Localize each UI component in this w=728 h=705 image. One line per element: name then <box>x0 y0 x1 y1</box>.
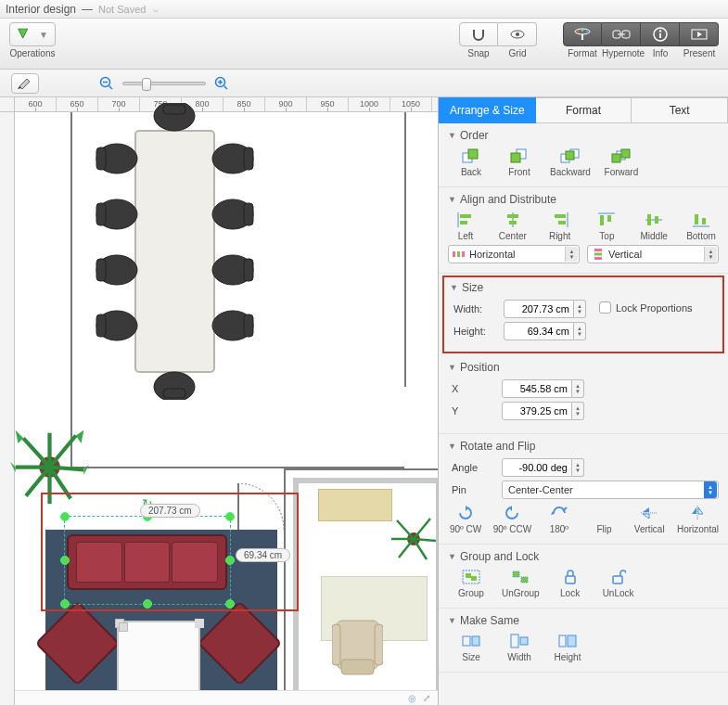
group-button[interactable]: Group <box>453 569 489 598</box>
section-title: Position <box>460 361 500 374</box>
align-right-button[interactable]: Right <box>543 212 578 241</box>
snap-button[interactable] <box>459 22 498 46</box>
disclosure-triangle-icon[interactable]: ▼ <box>450 283 458 292</box>
disclosure-triangle-icon[interactable]: ▼ <box>448 363 456 372</box>
resize-handle[interactable] <box>225 556 235 565</box>
pin-select[interactable]: Center-Center▲▼ <box>502 481 719 499</box>
y-input[interactable] <box>502 402 572 420</box>
snap-label: Snap <box>459 48 498 58</box>
angle-input[interactable] <box>502 458 572 477</box>
rotate-180-button[interactable]: 180º <box>542 505 577 534</box>
section-title: Order <box>460 129 489 142</box>
same-width-button[interactable]: Width <box>502 633 537 662</box>
svg-rect-85 <box>466 573 471 578</box>
svg-rect-32 <box>244 203 253 225</box>
width-label: Width: <box>453 303 498 314</box>
stepper-icon[interactable]: ▲▼ <box>574 300 586 318</box>
rotate-ccw-button[interactable]: 90º CCW <box>493 505 531 534</box>
send-back-button[interactable]: Back <box>453 147 489 177</box>
stepper-icon[interactable]: ▲▼ <box>572 458 584 477</box>
section-title: Group and Lock <box>460 550 539 563</box>
armchair-shape[interactable] <box>332 613 383 678</box>
grid-button[interactable] <box>498 22 537 46</box>
align-center-button[interactable]: Center <box>495 212 530 241</box>
stepper-icon[interactable]: ▲▼ <box>574 322 586 340</box>
align-left-button[interactable]: Left <box>448 212 483 241</box>
resize-handle[interactable] <box>60 512 70 521</box>
tab-arrange-size[interactable]: Arrange & Size <box>439 97 536 123</box>
svg-rect-58 <box>460 214 471 218</box>
svg-rect-11 <box>659 33 661 38</box>
unlock-button[interactable]: UnLock <box>601 569 636 598</box>
resize-handle[interactable] <box>60 599 70 609</box>
rotate-cw-button[interactable]: 90º CW <box>448 505 483 534</box>
svg-rect-65 <box>558 221 566 224</box>
bring-front-button[interactable]: Front <box>502 147 537 177</box>
svg-rect-75 <box>453 251 455 257</box>
disclosure-triangle-icon[interactable]: ▼ <box>448 552 456 561</box>
section-align: ▼Align and Distribute Left Center Right … <box>439 187 728 274</box>
disclosure-triangle-icon[interactable]: ▼ <box>448 442 456 451</box>
scrollbar-horizontal[interactable]: ◎ ⤢ <box>15 690 438 705</box>
section-group: ▼Group and Lock Group UnGroup Lock UnLoc… <box>439 545 728 609</box>
operations-button[interactable]: ▼ <box>9 22 56 46</box>
zoom-in-button[interactable] <box>213 75 230 92</box>
height-label: Height: <box>453 326 498 337</box>
stepper-icon[interactable]: ▲▼ <box>572 402 584 420</box>
chevron-down-icon[interactable]: ⌵ <box>153 4 159 14</box>
format-panel-button[interactable] <box>563 22 602 46</box>
format-painter-button[interactable] <box>11 73 39 94</box>
info-button[interactable] <box>641 22 680 46</box>
target-icon[interactable]: ◎ <box>408 693 419 704</box>
height-input[interactable] <box>504 322 574 340</box>
tab-format[interactable]: Format <box>536 97 632 123</box>
present-button[interactable] <box>680 22 719 46</box>
zoom-toolbar <box>0 70 728 97</box>
resize-handle[interactable] <box>225 512 235 521</box>
tab-text[interactable]: Text <box>632 97 728 123</box>
selection-bounds[interactable]: ↻ <box>64 516 231 605</box>
flip-horizontal-button[interactable]: Horizontal <box>677 505 719 534</box>
rug-shape[interactable] <box>318 489 392 521</box>
disclosure-triangle-icon[interactable]: ▼ <box>448 616 456 625</box>
bring-forward-button[interactable]: Forward <box>604 147 639 177</box>
svg-rect-26 <box>96 259 106 281</box>
lock-proportions-checkbox[interactable]: Lock Proportions <box>599 301 693 314</box>
stepper-icon[interactable]: ▲▼ <box>572 379 584 398</box>
resize-handle[interactable] <box>143 599 152 609</box>
lock-button[interactable]: Lock <box>553 569 588 598</box>
svg-rect-24 <box>96 203 106 225</box>
zoom-slider[interactable] <box>122 82 206 85</box>
dining-table-shape[interactable] <box>89 103 261 400</box>
hypernote-button[interactable] <box>602 22 641 46</box>
svg-rect-70 <box>647 214 651 225</box>
distribute-vertical-select[interactable]: Vertical▲▼ <box>587 245 719 263</box>
align-top-button[interactable]: Top <box>589 212 624 241</box>
view-group: Format Hypernote Info Present <box>563 22 719 58</box>
distribute-horizontal-select[interactable]: Horizontal▲▼ <box>448 245 580 263</box>
same-height-button[interactable]: Height <box>550 633 585 662</box>
resize-handle[interactable] <box>225 599 235 609</box>
width-input[interactable] <box>504 300 574 318</box>
svg-rect-46 <box>341 660 374 674</box>
same-size-button[interactable]: Size <box>453 633 489 662</box>
align-middle-button[interactable]: Middle <box>636 212 671 241</box>
zoom-out-button[interactable] <box>98 75 115 92</box>
operations-group: ▼ Operations <box>9 22 56 58</box>
dimension-width-label: 207.73 cm <box>140 504 200 518</box>
ungroup-button[interactable]: UnGroup <box>502 569 540 598</box>
expand-icon[interactable]: ⤢ <box>423 693 434 704</box>
x-input[interactable] <box>502 379 572 398</box>
canvas-area[interactable]: 600650700750800850900950100010501100 <box>0 97 439 705</box>
disclosure-triangle-icon[interactable]: ▼ <box>448 131 456 140</box>
flip-vertical-button[interactable]: Vertical <box>632 505 667 534</box>
resize-handle[interactable] <box>60 556 70 565</box>
zoom-control <box>98 75 230 92</box>
canvas[interactable]: ↻ 207.73 cm 69.34 cm <box>15 112 438 690</box>
svg-rect-71 <box>655 216 658 224</box>
send-backward-button[interactable]: Backward <box>550 147 591 177</box>
disclosure-triangle-icon[interactable]: ▼ <box>448 195 456 204</box>
section-make-same: ▼Make Same Size Width Height <box>439 609 728 673</box>
plant-shape[interactable] <box>386 511 439 567</box>
align-bottom-button[interactable]: Bottom <box>683 212 719 241</box>
